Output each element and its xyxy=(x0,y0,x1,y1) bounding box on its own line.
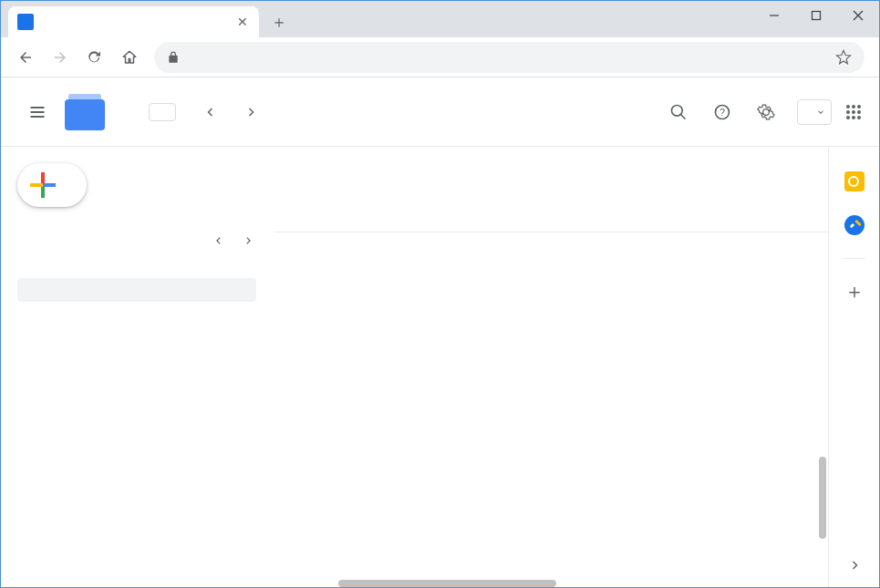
tab-favicon xyxy=(17,14,34,30)
search-people-input[interactable] xyxy=(17,278,256,302)
prev-period-button[interactable] xyxy=(194,96,227,129)
search-button[interactable] xyxy=(660,94,697,130)
settings-button[interactable] xyxy=(748,94,784,130)
mini-calendar xyxy=(17,232,256,258)
forward-button[interactable] xyxy=(45,42,76,73)
svg-point-4 xyxy=(672,105,683,116)
google-apps-button[interactable] xyxy=(846,105,863,119)
vertical-scrollbar-thumb[interactable] xyxy=(819,457,826,539)
browser-toolbar xyxy=(1,37,879,77)
svg-line-5 xyxy=(681,114,686,119)
chevron-down-icon xyxy=(816,108,825,117)
window-minimize-button[interactable] xyxy=(753,1,795,30)
svg-rect-1 xyxy=(813,12,821,20)
view-switcher[interactable] xyxy=(797,99,832,125)
horizontal-scrollbar[interactable] xyxy=(338,580,773,587)
main-content: ＋ xyxy=(1,147,879,588)
tab-close-icon[interactable]: ✕ xyxy=(235,15,250,29)
next-period-button[interactable] xyxy=(234,96,267,129)
side-panel: ＋ xyxy=(828,147,879,588)
main-menu-button[interactable] xyxy=(17,92,57,132)
new-tab-button[interactable]: ＋ xyxy=(266,9,292,35)
calendar-logo-icon xyxy=(65,94,105,130)
app-logo[interactable] xyxy=(65,94,114,130)
address-bar[interactable] xyxy=(154,42,864,73)
window-close-button[interactable] xyxy=(837,1,879,30)
mini-cal-prev[interactable] xyxy=(211,232,227,249)
plus-icon xyxy=(30,172,56,198)
home-button[interactable] xyxy=(114,42,145,73)
svg-text:?: ? xyxy=(720,107,725,118)
time-grid[interactable] xyxy=(274,232,828,588)
bookmark-star-icon[interactable] xyxy=(835,49,852,66)
reload-button[interactable] xyxy=(79,42,110,73)
window-controls xyxy=(753,1,879,30)
back-button[interactable] xyxy=(10,42,41,73)
left-sidebar xyxy=(1,147,274,588)
window-maximize-button[interactable] xyxy=(795,1,837,30)
collapse-side-panel-button[interactable] xyxy=(849,560,860,571)
tasks-icon[interactable] xyxy=(844,214,865,236)
side-panel-divider xyxy=(844,258,865,259)
mini-cal-next[interactable] xyxy=(240,232,256,249)
browser-titlebar: ✕ ＋ xyxy=(1,1,879,37)
create-button[interactable] xyxy=(17,163,87,207)
horizontal-scrollbar-thumb[interactable] xyxy=(338,580,556,587)
help-button[interactable]: ? xyxy=(704,94,740,130)
week-area: ＋ xyxy=(274,147,879,588)
addons-button[interactable]: ＋ xyxy=(844,281,865,303)
lock-icon xyxy=(167,51,180,64)
day-headers xyxy=(274,147,828,232)
app-header: ? xyxy=(1,77,879,147)
today-button[interactable] xyxy=(149,103,176,121)
keep-icon[interactable] xyxy=(844,170,865,192)
browser-tab[interactable]: ✕ xyxy=(8,6,259,37)
